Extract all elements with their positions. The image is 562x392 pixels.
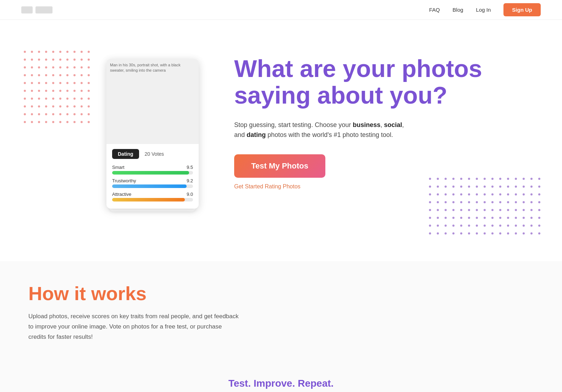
svg-point-167 xyxy=(484,209,486,211)
svg-point-144 xyxy=(538,193,540,195)
svg-point-131 xyxy=(437,193,439,195)
svg-point-130 xyxy=(429,193,431,195)
svg-point-151 xyxy=(476,201,478,203)
svg-point-10 xyxy=(24,59,26,61)
svg-point-19 xyxy=(88,59,90,61)
svg-point-169 xyxy=(499,209,501,211)
svg-point-219 xyxy=(538,232,540,234)
svg-point-136 xyxy=(476,193,478,195)
svg-point-65 xyxy=(59,98,61,100)
svg-point-206 xyxy=(437,232,439,234)
blog-link[interactable]: Blog xyxy=(453,7,463,13)
svg-point-162 xyxy=(445,209,447,211)
test-my-photos-button[interactable]: Test My Photos xyxy=(234,154,325,178)
svg-point-202 xyxy=(523,225,525,227)
svg-point-129 xyxy=(538,186,540,188)
svg-point-145 xyxy=(429,201,431,203)
svg-point-77 xyxy=(73,105,76,107)
hero-subtext: Stop guessing, start testing. Choose you… xyxy=(234,120,412,140)
svg-point-115 xyxy=(429,186,431,188)
svg-point-179 xyxy=(460,217,462,219)
svg-point-2 xyxy=(38,51,40,53)
svg-point-39 xyxy=(88,74,90,76)
svg-point-113 xyxy=(530,178,533,180)
svg-point-106 xyxy=(476,178,478,180)
svg-point-211 xyxy=(476,232,478,234)
svg-point-9 xyxy=(88,51,90,53)
svg-point-97 xyxy=(73,121,76,123)
photo-card: Man in his 30s, portrait shot, with a bl… xyxy=(106,59,199,209)
svg-point-143 xyxy=(530,193,533,195)
signup-button[interactable]: Sign Up xyxy=(503,3,541,16)
svg-point-153 xyxy=(491,201,494,203)
svg-point-171 xyxy=(515,209,517,211)
rating-row-trustworthy: Trustworthy 9.2 xyxy=(112,178,193,188)
tagline-section: Test. Improve. Repeat. xyxy=(0,364,562,392)
svg-point-134 xyxy=(460,193,462,195)
svg-point-75 xyxy=(59,105,61,107)
svg-point-102 xyxy=(445,178,447,180)
svg-point-182 xyxy=(484,217,486,219)
svg-point-214 xyxy=(499,232,501,234)
svg-point-49 xyxy=(88,82,90,84)
svg-point-64 xyxy=(52,98,54,100)
svg-point-152 xyxy=(484,201,486,203)
svg-point-200 xyxy=(507,225,509,227)
svg-point-21 xyxy=(31,66,33,68)
svg-point-43 xyxy=(45,82,47,84)
rating-row-attractive: Attractive 9.0 xyxy=(112,192,193,201)
svg-point-155 xyxy=(507,201,509,203)
svg-point-175 xyxy=(429,217,431,219)
svg-point-71 xyxy=(31,105,33,107)
svg-point-173 xyxy=(530,209,533,211)
svg-point-89 xyxy=(88,113,90,115)
svg-point-69 xyxy=(88,98,90,100)
how-it-works-title: How it works xyxy=(28,282,534,304)
svg-point-122 xyxy=(484,186,486,188)
hero-text: What are your photos saying about you? S… xyxy=(199,41,541,190)
svg-point-163 xyxy=(452,209,454,211)
svg-point-132 xyxy=(445,193,447,195)
svg-point-7 xyxy=(73,51,76,53)
svg-point-15 xyxy=(59,59,61,61)
svg-point-24 xyxy=(52,66,54,68)
photo-alt-text: Man in his 30s, portrait shot, with a bl… xyxy=(110,62,188,73)
svg-point-199 xyxy=(499,225,501,227)
svg-point-1 xyxy=(31,51,33,53)
svg-point-133 xyxy=(452,193,454,195)
tab-dating[interactable]: Dating xyxy=(112,149,139,159)
tagline-text: Test. Improve. Repeat. xyxy=(28,378,534,389)
svg-point-146 xyxy=(437,201,439,203)
svg-point-160 xyxy=(429,209,431,211)
svg-point-18 xyxy=(81,59,83,61)
login-link[interactable]: Log In xyxy=(476,7,491,13)
svg-point-76 xyxy=(66,105,68,107)
svg-point-8 xyxy=(81,51,83,53)
svg-point-42 xyxy=(38,82,40,84)
svg-point-45 xyxy=(59,82,61,84)
svg-point-17 xyxy=(73,59,76,61)
svg-point-93 xyxy=(45,121,47,123)
svg-point-14 xyxy=(52,59,54,61)
hero-section: (function() { const svg = document.curre… xyxy=(0,20,562,261)
rating-row-smart: Smart 9.5 xyxy=(112,165,193,175)
svg-point-142 xyxy=(523,193,525,195)
svg-point-98 xyxy=(81,121,83,123)
svg-point-40 xyxy=(24,82,26,84)
svg-point-27 xyxy=(73,66,76,68)
bar-fill-trustworthy xyxy=(112,184,187,188)
svg-point-63 xyxy=(45,98,47,100)
svg-point-118 xyxy=(452,186,454,188)
svg-point-30 xyxy=(24,74,26,76)
get-started-rating-link[interactable]: Get Started Rating Photos xyxy=(234,183,301,189)
rating-score-attractive: 9.0 xyxy=(187,192,193,197)
svg-point-185 xyxy=(507,217,509,219)
svg-point-110 xyxy=(507,178,509,180)
svg-point-164 xyxy=(460,209,462,211)
svg-point-203 xyxy=(530,225,533,227)
faq-link[interactable]: FAQ xyxy=(429,7,440,13)
svg-point-48 xyxy=(81,82,83,84)
svg-point-148 xyxy=(452,201,454,203)
svg-point-56 xyxy=(66,90,68,92)
svg-point-198 xyxy=(491,225,494,227)
